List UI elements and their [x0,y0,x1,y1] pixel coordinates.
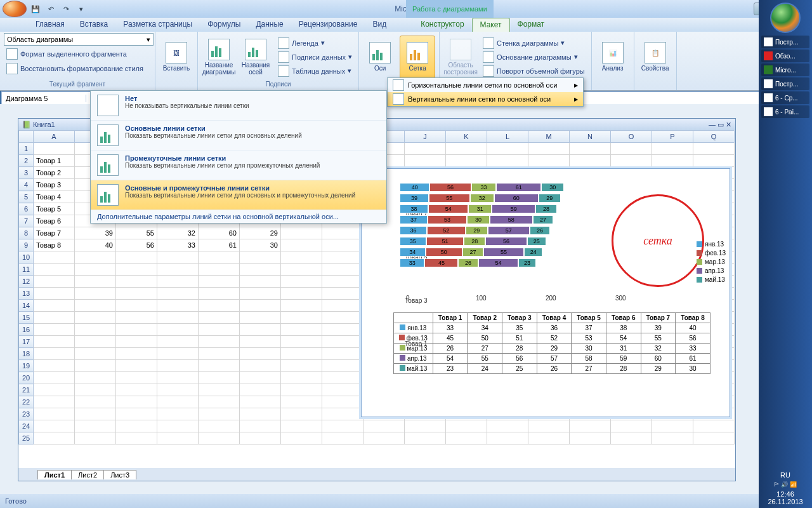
language-indicator[interactable]: RU [759,471,812,479]
sheet-tabs: Лист1 Лист2 Лист3 [18,468,735,481]
save-icon[interactable]: 💾 [29,3,42,15]
vgrid-icon [393,93,404,105]
group-label: Текущий фрагмент [4,81,151,89]
wb-max-icon[interactable]: ▭ [717,121,724,128]
legend-icon [278,37,289,49]
contextual-tab-title: Работа с диаграммами [406,0,494,18]
rotation-icon [483,65,494,77]
gallery-item-major[interactable]: Основные линии сеткиПоказать вертикальны… [91,121,386,150]
excel-icon: 📗 [22,121,31,128]
analysis-button[interactable]: 📊Анализ [596,36,630,78]
wall-icon [483,37,494,49]
chart-wall-button[interactable]: Стенка диаграммы ▾ [480,37,587,50]
sheet-tab[interactable]: Лист3 [103,470,136,479]
office-button[interactable] [3,1,27,17]
gridlines-submenu: Горизонтальные линии сетки по основной о… [387,77,584,107]
taskbar-item[interactable]: Micro... [761,64,809,76]
major-icon [97,124,119,146]
sheet-tab[interactable]: Лист1 [37,470,72,479]
axis-tick: 200 [546,295,556,302]
tab-insert[interactable]: Вставка [72,18,116,32]
tab-design[interactable]: Конструктор [413,18,471,32]
datatable-icon [278,65,289,77]
undo-icon[interactable]: ↶ [44,3,57,15]
chart-data-table: Товар 1Товар 2Товар 3Товар 4Товар 5Товар… [393,312,710,374]
start-button[interactable] [770,3,801,33]
submenu-item-horizontal[interactable]: Горизонтальные линии сетки по основной о… [388,78,583,92]
floor-icon [483,51,494,63]
gallery-item-none[interactable]: НетНе показывать вертикальные линии сетк… [91,91,386,121]
datalabels-icon [278,51,289,63]
plot-area-button[interactable]: Область построения [443,36,478,78]
gridlines-button[interactable]: Сетка [400,36,435,79]
app-icon [764,51,773,60]
taskbar-item[interactable]: 6 - Ср... [761,91,809,104]
clock-time[interactable]: 12:46 [759,490,812,498]
taskbar-item[interactable]: Постр... [761,36,809,48]
data-labels-button[interactable]: Подписи данных ▾ [275,51,355,64]
legend-button[interactable]: Легенда ▾ [275,37,355,50]
none-icon [97,95,119,116]
wb-min-icon[interactable]: — [709,121,716,128]
plot-area: 4056336130Товар 739553260293854315928Тов… [400,182,622,290]
taskbar-item[interactable]: 6 - Pai... [761,105,809,118]
tab-formulas[interactable]: Формулы [200,18,248,32]
tab-review[interactable]: Рецензирование [291,18,365,32]
tab-view[interactable]: Вид [365,18,394,32]
reset-icon [6,63,18,74]
chart-element-selector[interactable]: Область диаграммы▾ [4,33,154,46]
chart-floor-button[interactable]: Основание диаграммы ▾ [480,51,587,64]
group-label: Подписи [202,81,355,89]
axis-titles-button[interactable]: Названия осей [239,36,273,78]
quick-access-toolbar: 💾 ↶ ↷ ▾ [27,3,88,15]
picture-icon: 🖼 [166,42,187,64]
axis-tick: 100 [476,295,487,302]
gallery-item-both[interactable]: Основные и промежуточные линии сеткиПока… [91,180,386,210]
taskbar-item[interactable]: Обзо... [761,50,809,62]
minor-icon [97,154,119,176]
axes-button[interactable]: Оси [363,36,397,78]
sheet-tab[interactable]: Лист2 [71,470,104,479]
wb-close-icon[interactable]: ✕ [726,121,731,128]
redo-icon[interactable]: ↷ [60,3,72,15]
reset-style-button[interactable]: Восстановить форматирование стиля [4,62,151,75]
app-icon [764,93,773,102]
axes-icon [369,42,391,64]
windows-taskbar: Постр... Обзо... Micro... Постр... 6 - С… [759,0,812,508]
qat-dropdown-icon[interactable]: ▾ [75,3,88,15]
chart-title-button[interactable]: Название диаграммы [202,36,236,78]
axis-tick: 0 [406,295,410,302]
grid-icon [407,42,428,64]
system-tray: RU 🏳 🔊 📶 12:46 26.11.2013 [759,471,812,505]
chart-object[interactable]: 4056336130Товар 739553260293854315928Тов… [361,168,730,417]
chart-legend: янв.13 фев.13 мар.13 апр.13 май.13 [697,239,726,285]
annotation-circle: сетка [612,194,704,287]
gallery-item-minor[interactable]: Промежуточные линии сеткиПоказать вертик… [91,150,386,180]
tab-layout[interactable]: Макет [472,18,510,32]
rotation-button[interactable]: Поворот объемной фигуры [480,65,587,77]
submenu-item-vertical[interactable]: Вертикальные линии сетки по основной оси… [388,92,583,106]
data-table-button[interactable]: Таблица данных ▾ [275,65,355,77]
properties-icon: 📋 [645,42,666,64]
axis-title-icon [245,39,266,60]
name-box[interactable]: Диаграмма 5 [2,95,86,102]
tab-data[interactable]: Данные [248,18,291,32]
tab-format[interactable]: Формат [510,18,553,32]
properties-button[interactable]: 📋Свойства [638,36,672,78]
axis-tick: 300 [615,295,626,302]
gallery-more-options[interactable]: Дополнительные параметры линий сетки на … [91,210,386,223]
ribbon-tabs: Главная Вставка Разметка страницы Формул… [0,18,812,32]
app-icon [764,65,773,74]
tab-pagelayout[interactable]: Разметка страницы [115,18,200,32]
hgrid-icon [393,79,404,91]
app-icon [764,107,773,116]
analysis-icon: 📊 [602,42,624,64]
format-selection-button[interactable]: Формат выделенного фрагмента [4,48,151,60]
app-icon [764,79,773,88]
tab-home[interactable]: Главная [28,18,72,32]
insert-button[interactable]: 🖼Вставить [159,36,193,78]
taskbar-item[interactable]: Постр... [761,77,809,90]
vertical-gridlines-gallery: НетНе показывать вертикальные линии сетк… [90,90,387,224]
plotarea-icon [450,39,471,60]
titlebar: 💾 ↶ ↷ ▾ Microsoft Excel Работа с диаграм… [0,0,812,18]
